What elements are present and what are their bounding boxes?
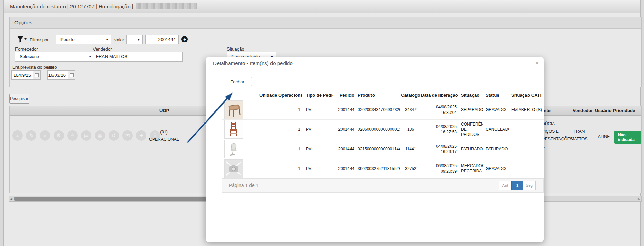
office-chair-photo — [225, 140, 243, 158]
comment-icon[interactable]: ✉ — [122, 130, 133, 141]
add-icon[interactable]: + — [12, 130, 23, 141]
cell-situacao-cativa: EM ABERTO (S) — [509, 100, 544, 120]
cell-usuario: ALINE — [593, 134, 614, 139]
modal-title: Detalhamento - Item(ns) do pedido — [213, 60, 293, 66]
date-to-field[interactable]: 16/03/26 — [47, 70, 75, 80]
cell-tipo: PV — [302, 100, 333, 120]
cell-tipo: PV — [302, 159, 333, 179]
options-panel-title: Opções — [10, 17, 641, 29]
cell-catalogo: 34347 — [400, 100, 421, 120]
cell-data-liberacao: 04/08/202516:27:53 — [421, 120, 459, 139]
page-title: Manutenção de restauro | 20.127707 | Hom… — [10, 3, 133, 9]
date-from-value: 16/09/25 — [12, 71, 33, 79]
chevron-down-icon: ▾ — [106, 37, 108, 42]
cell-tipo: PV — [302, 120, 333, 139]
scroll-right-icon[interactable]: ▶ — [638, 197, 640, 201]
tag-icon[interactable]: ✦ — [136, 130, 146, 141]
situacao-label: Situação — [227, 46, 244, 52]
chevron-down-icon: ▾ — [137, 37, 140, 42]
column-header-tipo: Tipo de Pedido — [302, 90, 333, 100]
column-header-produto: Produto — [356, 90, 400, 100]
table-row: 1 PV 2001444 02150000000000011441 11441 … — [222, 139, 544, 159]
product-thumbnail[interactable] — [224, 120, 243, 139]
cell-status: FATURADO — [483, 139, 509, 159]
cell-status: CANCELADO — [483, 120, 509, 139]
cell-situacao-cativa — [509, 139, 544, 159]
filter-field-select[interactable]: Pedido ▾ — [56, 35, 111, 44]
no-image-camera-icon — [225, 160, 243, 178]
cell-produto: 02060000000000000136 — [356, 120, 400, 139]
ate-label: até — [48, 65, 54, 70]
next-page-button[interactable]: Seg — [523, 181, 536, 190]
cell-catalogo: 11441 — [400, 139, 421, 159]
vendedor-label: Vendedor — [93, 46, 112, 52]
current-page-button[interactable]: 1 — [511, 181, 523, 190]
cell-situacao: SEPARADO — [459, 100, 483, 120]
fornecedor-value: Selecione — [20, 54, 39, 59]
column-header-pedido: Pedido — [333, 90, 356, 100]
tools-icon[interactable]: ⚙ — [54, 130, 64, 141]
date-to-value: 16/03/26 — [48, 71, 68, 79]
cell-situacao: MERCADORIA RECEBIDA — [459, 159, 483, 179]
priority-badge: Não indicada — [614, 131, 641, 144]
cell-unidade: 1 — [259, 120, 302, 139]
column-header-prioridade: Prioridade — [613, 108, 635, 113]
pdf-icon[interactable]: ▤ — [81, 130, 91, 141]
fechar-button[interactable]: Fechar — [223, 77, 252, 86]
cell-status: GRAVADO — [483, 100, 509, 120]
cell-data-liberacao: 04/08/202516:29:17 — [421, 139, 459, 159]
fornecedor-label: Fornecedor — [15, 46, 38, 52]
cell-situacao-cativa — [509, 120, 544, 139]
pesquisar-button[interactable]: Pesquisar — [9, 94, 29, 104]
operator-select[interactable]: = ▾ — [126, 35, 143, 44]
modal-table-header-row: Unidade Operacional Tipo de Pedido Pedid… — [222, 90, 544, 100]
cell-pedido: 2001444 — [333, 120, 356, 139]
cell-data-liberacao: 06/08/202509:20:39 — [421, 159, 459, 179]
cell-situacao-cativa — [509, 159, 544, 179]
column-header-image — [222, 90, 259, 100]
scroll-left-icon[interactable]: ◀ — [10, 197, 12, 201]
redacted-username — [136, 3, 197, 9]
date-from-field[interactable]: 16/09/25 — [11, 70, 41, 80]
filter-funnel-icon[interactable] — [16, 35, 27, 43]
calendar-icon[interactable] — [68, 71, 75, 79]
window-title-bar: Manutenção de restauro | 20.127707 | Hom… — [4, 0, 640, 13]
table-row: 1 PV 2001444 02060000000000000136 136 04… — [222, 120, 544, 139]
product-thumbnail[interactable] — [224, 159, 243, 178]
add-filter-button[interactable]: + — [181, 36, 188, 42]
history-icon[interactable]: ↺ — [109, 130, 119, 141]
vendedor-input[interactable] — [93, 52, 182, 61]
fornecedor-select[interactable]: Selecione ▾ — [15, 52, 94, 62]
column-header-usuario: Usuário — [595, 108, 611, 113]
warning-icon[interactable]: ⚠ — [67, 130, 78, 141]
cell-catalogo: 32752 — [400, 159, 421, 179]
product-thumbnail[interactable] — [224, 140, 243, 158]
calendar-icon[interactable] — [33, 71, 40, 79]
cell-status: GRAVADO — [483, 159, 509, 179]
column-header-unidade: Unidade Operacional — [259, 90, 302, 100]
prev-page-button[interactable]: Ant — [499, 181, 512, 190]
wooden-chair-photo — [225, 120, 243, 138]
search-icon[interactable]: ⌕ — [40, 130, 50, 141]
cell-tipo: PV — [302, 139, 333, 159]
cell-situacao: CONFERÊNCIA DE PEDIDOS — [459, 120, 483, 139]
filtrar-por-label: Filtrar por — [30, 37, 49, 42]
product-thumbnail[interactable] — [224, 100, 243, 119]
cell-produto: 02020034347069373264 — [356, 100, 400, 120]
filter-value-field — [145, 35, 179, 44]
column-header-status: Status — [483, 90, 509, 100]
filter-value-input[interactable] — [146, 35, 178, 44]
cell-pedido: 2001444 — [333, 139, 356, 159]
close-icon[interactable]: × — [536, 60, 539, 66]
valor-label: valor — [114, 37, 124, 42]
filter-field-value: Pedido — [60, 37, 74, 42]
pager: Ant 1 Seg — [499, 181, 536, 190]
edit-icon[interactable]: ✎ — [26, 130, 36, 141]
image-doc-icon[interactable]: ▦ — [95, 130, 105, 141]
cell-unidade: 1 — [259, 159, 302, 179]
table-row: 1 PV 2001444 39020032752118155280 32752 … — [222, 159, 544, 179]
modal-table: Unidade Operacional Tipo de Pedido Pedid… — [222, 90, 544, 178]
vendedor-field — [93, 52, 183, 62]
column-header-situacao: Situação — [459, 90, 483, 100]
table-row: 1 PV 2001444 02020034347069373264 34347 … — [222, 100, 544, 120]
